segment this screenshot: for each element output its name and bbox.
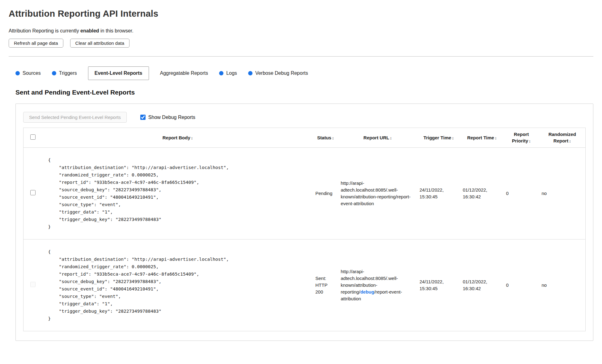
tab-sources[interactable]: Sources [15,67,41,80]
row-select-checkbox[interactable] [30,190,36,195]
tab-dot-icon [52,71,56,75]
col-header-randomized-report[interactable]: Randomized Report↕ [539,128,586,148]
sort-icon: ↕ [191,136,193,140]
report-url-text: http://arapi-adtech.localhost:8085/.well… [341,180,411,206]
col-header-report-url[interactable]: Report URL↕ [338,128,417,148]
tab-label: Sources [23,70,41,76]
row-select-checkbox[interactable] [30,282,36,287]
col-header-report-body[interactable]: Report Body↕ [43,128,313,148]
tab-label: Aggregatable Reports [160,70,208,76]
clear-all-button[interactable]: Clear all attribution data [70,39,129,48]
tab-dot-icon [15,71,20,75]
reports-panel: Send Selected Pending Event-Level Report… [15,104,593,341]
status-suffix: in this browser. [99,28,134,33]
report-priority: 0 [504,239,539,331]
tab-label: Verbose Debug Reports [255,70,308,76]
show-debug-toggle[interactable]: Show Debug Reports [140,115,195,120]
report-body-cell: { "attribution_destination": "http://ara… [43,148,313,239]
panel-controls: Send Selected Pending Event-Level Report… [23,112,586,123]
report-time: 01/12/2022, 16:30:42 [460,239,504,331]
report-body-json: { "attribution_destination": "http://ara… [48,156,310,231]
show-debug-label: Show Debug Reports [148,115,195,120]
sort-icon: ↕ [495,136,497,140]
tab-verbose-debug-reports[interactable]: Verbose Debug Reports [248,67,308,80]
row-select-cell [23,239,43,331]
status-enabled-text: enabled [80,28,99,33]
divider [9,56,593,57]
tab-label: Logs [226,70,237,76]
table-header-row: Report Body↕ Status↕ Report URL↕ Trigger… [23,128,586,148]
report-row: { "attribution_destination": "http://ara… [23,148,586,239]
sort-icon: ↕ [390,136,392,140]
randomized-report: no [539,239,586,331]
select-all-checkbox[interactable] [30,134,36,140]
tab-dot-icon [219,71,223,75]
randomized-report: no [539,148,586,239]
trigger-time: 24/11/2022, 15:30:45 [417,239,460,331]
tab-bar: Sources Triggers Event-Level Reports Agg… [15,66,593,80]
show-debug-checkbox[interactable] [140,115,146,120]
col-header-report-time[interactable]: Report Time↕ [460,128,504,148]
reports-section: Sources Triggers Event-Level Reports Agg… [15,66,593,341]
sort-icon: ↕ [332,136,334,140]
col-header-trigger-time[interactable]: Trigger Time↕ [417,128,460,148]
sort-icon: ↕ [569,139,571,143]
report-url: http://arapi-adtech.localhost:8085/.well… [338,239,417,331]
section-heading: Sent and Pending Event-Level Reports [15,89,593,96]
tab-label: Event-Level Reports [95,70,142,76]
report-time: 01/12/2022, 16:30:42 [460,148,504,239]
report-priority: 0 [504,148,539,239]
tab-logs[interactable]: Logs [219,67,237,80]
report-status: Pending [313,148,338,239]
trigger-time: 24/11/2022, 15:30:45 [417,148,460,239]
reports-table: Report Body↕ Status↕ Report URL↕ Trigger… [23,128,586,331]
toolbar: Refresh all page data Clear all attribut… [9,39,593,48]
report-status: Sent: HTTP 200 [313,239,338,331]
tab-aggregatable-reports[interactable]: Aggregatable Reports [160,67,208,80]
col-header-status[interactable]: Status↕ [313,128,338,148]
debug-link[interactable]: debug [360,289,374,294]
row-select-cell [23,148,43,239]
tab-event-level-reports[interactable]: Event-Level Reports [88,66,149,80]
sort-icon: ↕ [452,136,454,140]
attribution-internals-page: Attribution Reporting API Internals Attr… [0,0,602,350]
col-header-select [23,128,43,148]
report-body-cell: { "attribution_destination": "http://ara… [43,239,313,331]
page-title: Attribution Reporting API Internals [9,9,593,19]
report-url: http://arapi-adtech.localhost:8085/.well… [338,148,417,239]
col-header-report-priority[interactable]: Report Priority↕ [504,128,539,148]
tab-dot-icon [248,71,252,75]
sort-icon: ↕ [529,139,531,143]
feature-status-text: Attribution Reporting is currently enabl… [9,28,593,34]
send-selected-button[interactable]: Send Selected Pending Event-Level Report… [23,112,127,123]
report-body-json: { "attribution_destination": "http://ara… [48,248,310,322]
status-prefix: Attribution Reporting is currently [9,28,80,33]
report-row: { "attribution_destination": "http://ara… [23,239,586,331]
refresh-all-button[interactable]: Refresh all page data [9,39,63,48]
tab-triggers[interactable]: Triggers [52,67,77,80]
tab-label: Triggers [59,70,77,76]
